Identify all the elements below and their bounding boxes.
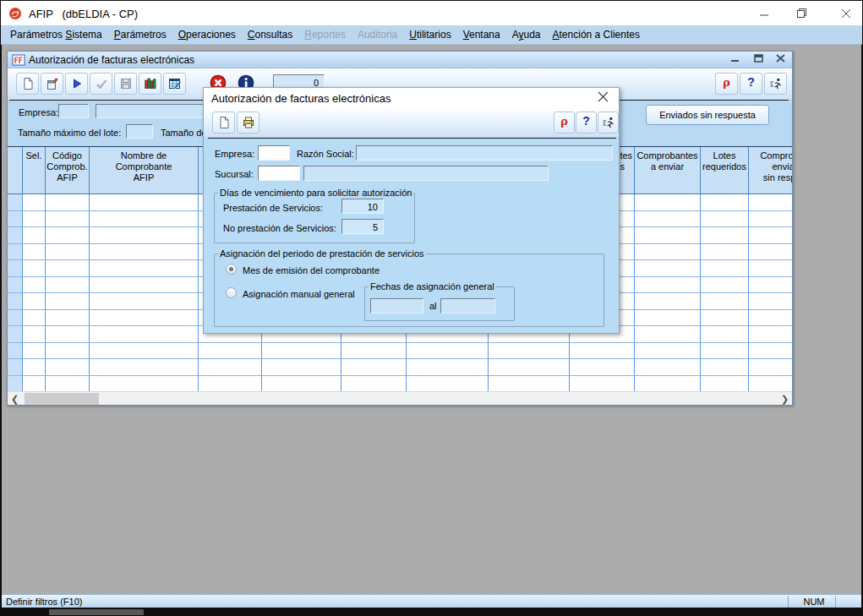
grid-cell[interactable] bbox=[570, 376, 635, 392]
grid-cell[interactable] bbox=[262, 359, 341, 376]
grid-cell[interactable] bbox=[23, 376, 46, 392]
grid-cell[interactable] bbox=[635, 343, 701, 360]
dialog-filter-rho-button[interactable]: ρ bbox=[554, 112, 575, 134]
grid-cell[interactable] bbox=[749, 376, 792, 392]
grid-cell[interactable] bbox=[635, 376, 701, 392]
scroll-left-arrow[interactable]: ❮ bbox=[8, 392, 22, 406]
dialog-print-button[interactable] bbox=[237, 112, 259, 134]
grid-cell[interactable] bbox=[701, 343, 749, 360]
grid-cell[interactable] bbox=[8, 194, 23, 211]
restore-button[interactable] bbox=[789, 4, 815, 23]
filter-rho-button[interactable]: ρ bbox=[715, 73, 738, 95]
grid-cell[interactable] bbox=[23, 343, 46, 360]
grid-cell[interactable] bbox=[23, 293, 46, 310]
grid-cell[interactable] bbox=[701, 310, 749, 327]
tamano-maximo-field[interactable] bbox=[126, 124, 153, 139]
grid-cell[interactable] bbox=[407, 376, 489, 392]
run-button[interactable] bbox=[65, 73, 88, 95]
menu-item-7[interactable]: Ventana bbox=[457, 25, 506, 44]
horizontal-scrollbar[interactable]: ❮ ❯ bbox=[8, 391, 792, 405]
grid-cell[interactable] bbox=[749, 260, 792, 277]
dialog-exit-runner-button[interactable] bbox=[598, 112, 619, 134]
grid-cell[interactable] bbox=[8, 310, 23, 327]
dialog-help-button[interactable]: ? bbox=[576, 112, 597, 134]
grid-cell[interactable] bbox=[635, 277, 701, 294]
grid-cell[interactable] bbox=[90, 227, 199, 244]
grid-cell[interactable] bbox=[701, 211, 749, 228]
grid-cell[interactable] bbox=[635, 194, 701, 211]
grid-cell[interactable] bbox=[8, 244, 23, 261]
grid-cell[interactable] bbox=[635, 310, 701, 327]
grid-cell[interactable] bbox=[635, 244, 701, 261]
grid-cell[interactable] bbox=[23, 194, 46, 211]
grid-cell[interactable] bbox=[341, 376, 407, 392]
grid-cell[interactable] bbox=[46, 376, 90, 392]
child-minimize-button[interactable] bbox=[725, 53, 746, 66]
grid-cell[interactable] bbox=[749, 277, 792, 294]
grid-cell[interactable] bbox=[701, 244, 749, 261]
grid-cell[interactable] bbox=[46, 194, 90, 211]
menu-item-3[interactable]: Consultas bbox=[242, 25, 298, 44]
grid-cell[interactable] bbox=[90, 343, 199, 360]
grid-cell[interactable] bbox=[701, 376, 749, 392]
grid-cell[interactable] bbox=[46, 244, 90, 261]
dialog-sucursal-field[interactable] bbox=[258, 166, 300, 181]
grid-cell[interactable] bbox=[8, 211, 23, 228]
grid-cell[interactable] bbox=[8, 343, 23, 360]
grid-cell[interactable] bbox=[90, 376, 199, 392]
grid-cell[interactable] bbox=[489, 359, 570, 376]
menu-item-0[interactable]: Parámetros Sistema bbox=[4, 25, 108, 44]
save-button[interactable] bbox=[114, 73, 137, 95]
grid-cell[interactable] bbox=[90, 211, 199, 228]
grid-cell[interactable] bbox=[749, 326, 792, 343]
close-button[interactable] bbox=[833, 4, 859, 23]
dialog-empresa-field[interactable] bbox=[258, 145, 290, 161]
grid-cell[interactable] bbox=[46, 227, 90, 244]
grid-cell[interactable] bbox=[701, 277, 749, 294]
grid-cell[interactable] bbox=[701, 227, 749, 244]
grid-cell[interactable] bbox=[90, 326, 199, 343]
enviados-sin-respuesta-button[interactable]: Enviados sin respuesta bbox=[646, 105, 769, 125]
grid-cell[interactable] bbox=[23, 277, 46, 294]
grid-cell[interactable] bbox=[199, 376, 262, 392]
menu-item-8[interactable]: Ayuda bbox=[506, 25, 547, 44]
help-button[interactable]: ? bbox=[740, 73, 762, 95]
grid-cell[interactable] bbox=[701, 359, 749, 376]
confirm-button[interactable] bbox=[90, 73, 112, 95]
grid-cell[interactable] bbox=[90, 260, 199, 277]
scroll-thumb[interactable] bbox=[25, 393, 99, 405]
grid-cell[interactable] bbox=[749, 343, 792, 360]
no-prestacion-value-field[interactable]: 5 bbox=[341, 219, 384, 234]
menu-item-9[interactable]: Atención a Clientes bbox=[547, 25, 646, 44]
prestacion-value-field[interactable]: 10 bbox=[341, 199, 384, 214]
grid-cell[interactable] bbox=[570, 359, 635, 376]
grid-cell[interactable] bbox=[635, 293, 701, 310]
grid-cell[interactable] bbox=[635, 211, 701, 228]
grid-cell[interactable] bbox=[23, 244, 46, 261]
grid-cell[interactable] bbox=[8, 277, 23, 294]
exit-runner-button[interactable] bbox=[764, 73, 787, 95]
grid-cell[interactable] bbox=[46, 211, 90, 228]
radio-asignacion-manual[interactable] bbox=[226, 287, 237, 298]
grid-cell[interactable] bbox=[23, 260, 46, 277]
grid-cell[interactable] bbox=[90, 277, 199, 294]
grid-cell[interactable] bbox=[23, 326, 46, 343]
grid-cell[interactable] bbox=[749, 310, 792, 327]
empresa-code-field[interactable] bbox=[58, 104, 89, 118]
grid-cell[interactable] bbox=[701, 194, 749, 211]
grid-cell[interactable] bbox=[46, 310, 90, 327]
grid-cell[interactable] bbox=[635, 227, 701, 244]
child-restore-button[interactable] bbox=[749, 53, 769, 66]
dialog-titlebar[interactable]: Autorización de facturas electrónicas bbox=[204, 88, 619, 109]
grid-cell[interactable] bbox=[23, 227, 46, 244]
grid-cell[interactable] bbox=[46, 359, 90, 376]
grid-cell[interactable] bbox=[199, 343, 262, 360]
grid-edit-button[interactable] bbox=[163, 73, 186, 95]
grid-cell[interactable] bbox=[90, 359, 199, 376]
grid-cell[interactable] bbox=[749, 293, 792, 310]
grid-cell[interactable] bbox=[407, 343, 489, 360]
grid-cell[interactable] bbox=[749, 227, 792, 244]
radio-mes-emision[interactable] bbox=[226, 264, 237, 275]
child-window-titlebar[interactable]: Autorización de facturas electrónicas bbox=[8, 52, 792, 68]
grid-cell[interactable] bbox=[635, 260, 701, 277]
